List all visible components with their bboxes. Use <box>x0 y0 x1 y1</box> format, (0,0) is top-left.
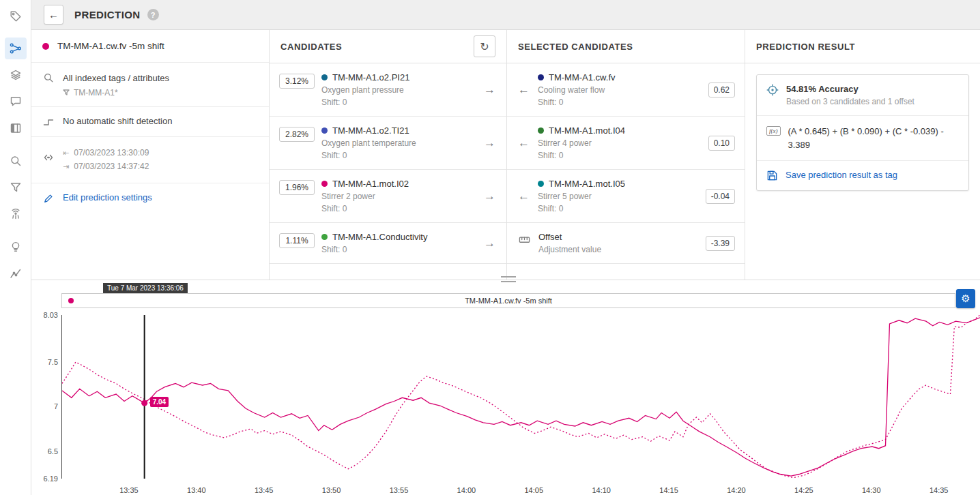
time-range-row: ⇤07/03/2023 13:30:09 ⇥07/03/2023 14:37:4… <box>31 137 269 183</box>
sidebar-item-prediction[interactable] <box>5 38 27 59</box>
candidates-title: CANDIDATES <box>280 42 342 52</box>
prediction-result-panel: PREDICTION RESULT 54.81% Accuracy Based … <box>745 30 980 280</box>
board-icon <box>10 122 22 134</box>
sidebar-item-layers[interactable] <box>5 64 27 86</box>
cursor-marker-dot <box>141 400 147 406</box>
selected-candidates-panel: SELECTED CANDIDATES ← TM-MM-A1.cw.fv Coo… <box>507 30 745 280</box>
candidate-name: TM-MM-A1.o2.PI21 <box>332 72 409 82</box>
prediction-panels: TM-MM-A1.cw.fv -5m shift All indexed tag… <box>31 30 980 280</box>
offset-label: Offset <box>538 232 562 242</box>
candidate-name: TM-MM-A1.o2.TI21 <box>332 125 409 136</box>
help-icon[interactable]: ? <box>147 9 159 20</box>
add-candidate-button[interactable]: → <box>482 83 497 97</box>
selected-candidate-row[interactable]: ← TM-MM-A1.mot.I04 Stirrer 4 power Shift… <box>507 117 745 170</box>
selected-description: Stirrer 4 power <box>538 138 702 148</box>
pencil-icon <box>43 193 54 204</box>
sidebar-item-monitors[interactable] <box>5 203 27 225</box>
sidebar-item-tags[interactable] <box>5 5 27 27</box>
selected-candidate-row[interactable]: ← TM-MM-A1.cw.fv Cooling water flow Shif… <box>507 63 745 117</box>
candidate-shift: Shift: 0 <box>321 151 476 160</box>
formula-text: (A * 0.645) + (B * 0.090) + (C * -0.039)… <box>788 125 960 151</box>
remove-candidate-button[interactable]: ← <box>517 190 531 203</box>
candidate-description: Oxygen plant temperature <box>321 138 476 148</box>
tag-color-dot <box>321 234 328 240</box>
x-axis-label: 13:35 <box>112 486 146 494</box>
prediction-result-title: PREDICTION RESULT <box>756 42 855 52</box>
x-axis-label: 13:50 <box>315 486 349 494</box>
accuracy-row: 54.81% Accuracy Based on 3 candidates an… <box>757 75 968 116</box>
edit-prediction-settings-link[interactable]: Edit prediction settings <box>63 192 152 202</box>
series-line-0 <box>62 318 980 476</box>
remove-candidate-button[interactable]: ← <box>517 136 531 150</box>
candidate-score: 3.12% <box>279 74 315 89</box>
prediction-settings-panel: TM-MM-A1.cw.fv -5m shift All indexed tag… <box>31 30 270 280</box>
top-bar: ← PREDICTION ? <box>31 0 980 30</box>
chart-settings-button[interactable]: ⚙ <box>956 289 975 308</box>
y-axis-label: 7 <box>54 402 58 410</box>
target-icon <box>766 84 779 96</box>
x-axis-label: 14:30 <box>854 486 889 494</box>
refresh-candidates-button[interactable]: ↻ <box>474 35 495 57</box>
candidate-shift: Shift: 0 <box>321 204 476 213</box>
filter-icon <box>63 89 70 96</box>
save-prediction-result-link[interactable]: Save prediction result as tag <box>786 170 897 180</box>
cursor-timestamp-tooltip: Tue 7 Mar 2023 13:36:06 <box>103 283 188 293</box>
candidate-row[interactable]: 2.82% TM-MM-A1.o2.TI21 Oxygen plant temp… <box>270 117 506 170</box>
candidate-row[interactable]: 1.11% TM-MM-A1.Conductivity Shift: 0 → <box>270 223 506 264</box>
x-axis-label: 14:00 <box>449 486 483 494</box>
time-range-end: ⇥07/03/2023 14:37:42 <box>63 160 149 173</box>
chart-legend-bar[interactable]: TM-MM-A1.cw.fv -5m shift <box>61 293 955 308</box>
add-candidate-button[interactable]: → <box>482 190 497 203</box>
cursor-value-badge: 7.04 <box>150 397 169 407</box>
selected-shift: Shift: 0 <box>538 97 702 107</box>
gear-icon: ⚙ <box>961 292 970 305</box>
x-axis-label: 14:15 <box>652 486 686 494</box>
sidebar-item-filter[interactable] <box>5 177 27 198</box>
legend-label: TM-MM-A1.cw.fv -5m shift <box>465 297 552 305</box>
comment-icon <box>10 95 22 108</box>
sidebar-item-analytics[interactable] <box>5 262 27 284</box>
sidebar-item-board[interactable] <box>5 117 27 139</box>
save-row: Save prediction result as tag <box>757 161 968 190</box>
prediction-app: ← PREDICTION ? TM-MM-A1.cw.fv -5m shift … <box>0 0 980 495</box>
search-icon <box>10 155 22 167</box>
page-title: PREDICTION <box>74 9 141 20</box>
shift-icon <box>43 117 54 127</box>
remove-candidate-button[interactable]: ← <box>517 83 531 97</box>
x-axis-label: 13:40 <box>179 486 214 494</box>
chart-plot-area[interactable]: 7.04 <box>61 315 980 479</box>
add-candidate-button[interactable]: → <box>482 237 497 250</box>
selected-name: TM-MM-A1.mot.I05 <box>549 179 625 189</box>
x-axis-label: 14:20 <box>719 486 753 494</box>
candidate-row[interactable]: 1.96% TM-MM-A1.mot.I02 Stirrer 2 power S… <box>270 170 506 223</box>
back-button[interactable]: ← <box>44 5 63 25</box>
tag-color-dot <box>321 181 328 187</box>
scope-filter-text: TM-MM-A1* <box>74 88 118 97</box>
sidebar-item-comments[interactable] <box>5 91 27 112</box>
candidate-row[interactable]: 3.12% TM-MM-A1.o2.PI21 Oxygen plant pres… <box>270 63 506 117</box>
sidebar-item-search[interactable] <box>5 150 27 172</box>
candidate-score: 1.11% <box>279 233 315 248</box>
sidebar-item-recommendations[interactable] <box>5 236 27 258</box>
candidate-name: TM-MM-A1.Conductivity <box>332 232 427 242</box>
selected-candidates-title: SELECTED CANDIDATES <box>518 42 633 52</box>
tag-icon <box>10 10 22 22</box>
monitor-icon <box>10 208 22 220</box>
offset-row: Offset Adjustment value -3.39 <box>507 223 745 264</box>
shift-detection-row: No automatic shift detection <box>31 107 269 137</box>
bulb-icon <box>10 241 22 253</box>
save-icon <box>766 170 778 181</box>
time-range-icon <box>43 152 54 163</box>
coefficient-value: 0.10 <box>708 136 735 151</box>
panel-resize-handle[interactable] <box>501 276 516 282</box>
y-axis-label: 7.5 <box>48 358 58 366</box>
accuracy-note: Based on 3 candidates and 1 offset <box>786 97 914 106</box>
x-axis: 13:3513:4013:4513:5013:5514:0014:0514:10… <box>61 486 980 495</box>
formula-icon: f(x) <box>766 126 781 136</box>
coefficient-value: -0.04 <box>706 189 735 204</box>
selected-name: TM-MM-A1.cw.fv <box>549 72 616 82</box>
selected-candidate-row[interactable]: ← TM-MM-A1.mot.I05 Stirrer 5 power Shift… <box>507 170 745 223</box>
add-candidate-button[interactable]: → <box>482 136 497 150</box>
trend-chart-section: Tue 7 Mar 2023 13:36:06 TM-MM-A1.cw.fv -… <box>31 280 980 495</box>
tag-color-dot <box>538 181 544 187</box>
